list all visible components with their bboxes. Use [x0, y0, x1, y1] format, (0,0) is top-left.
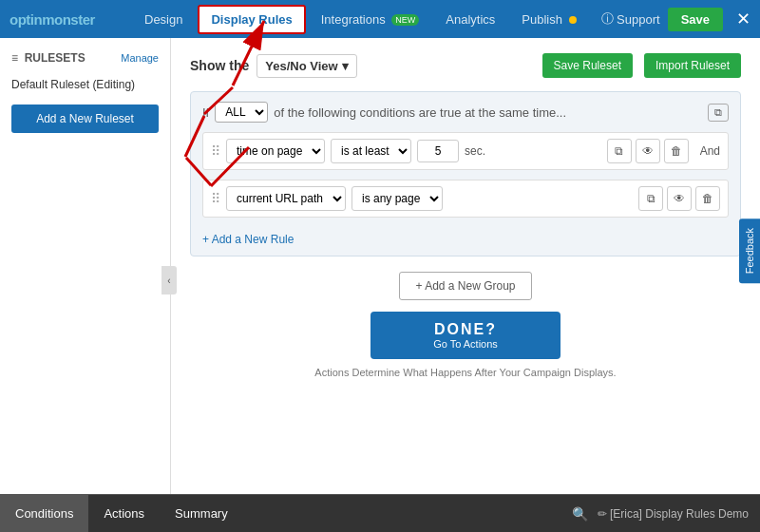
import-ruleset-button[interactable]: Import Ruleset	[644, 53, 741, 78]
conditions-header: If ALL of the following conditions are t…	[202, 102, 729, 123]
nav-right: ⓘ Support Save ✕	[601, 8, 750, 31]
view-select[interactable]: Yes/No View ▾	[256, 54, 356, 78]
support-link[interactable]: ⓘ Support	[601, 10, 660, 28]
all-select[interactable]: ALL	[215, 102, 268, 123]
publish-dot	[569, 16, 577, 24]
eye-icon: 👁	[674, 192, 685, 205]
toggle-rule-button-2[interactable]: 👁	[667, 186, 692, 211]
question-icon: ⓘ	[601, 10, 614, 28]
copy-conditions-button[interactable]: ⧉	[708, 104, 729, 122]
add-new-group-button[interactable]: + Add a New Group	[399, 272, 531, 300]
close-icon[interactable]: ✕	[736, 9, 750, 29]
rule-row: ⠿ current URL path is any page ⧉ 👁	[202, 180, 729, 218]
value-input-1[interactable]	[417, 140, 459, 162]
drag-handle-icon[interactable]: ⠿	[211, 191, 220, 206]
done-label: DONE?	[434, 321, 497, 338]
nav-item-display-rules[interactable]: Display Rules	[198, 5, 305, 34]
eye-icon: 👁	[642, 144, 654, 158]
feedback-tab[interactable]: Feedback	[739, 218, 760, 283]
copy-icon: ⧉	[615, 144, 623, 158]
go-to-actions-label: Go To Actions	[433, 338, 498, 350]
conditions-block: If ALL of the following conditions are t…	[190, 91, 741, 256]
show-the-row: Show the Yes/No View ▾ Save Ruleset Impo…	[190, 53, 741, 78]
and-label: And	[700, 144, 720, 158]
copy-icon: ⧉	[647, 192, 656, 205]
ruleset-action-buttons: Save Ruleset Import Ruleset	[542, 53, 741, 78]
sidebar: ≡ Rulesets Manage Default Ruleset (Editi…	[0, 38, 171, 494]
menu-icon: ≡	[11, 51, 18, 65]
done-button[interactable]: DONE? Go To Actions	[370, 312, 560, 359]
nav-item-integrations[interactable]: Integrations NEW	[310, 7, 431, 32]
toggle-rule-button-1[interactable]: 👁	[636, 139, 660, 163]
delete-rule-button-2[interactable]: 🗑	[695, 186, 720, 211]
top-nav: optinmonster Design Display Rules Integr…	[0, 0, 760, 38]
tab-conditions[interactable]: Conditions	[0, 495, 88, 532]
bottom-right: 🔍 ✏ [Erica] Display Rules Demo	[572, 506, 760, 522]
default-ruleset-item[interactable]: Default Ruleset (Editing)	[0, 72, 170, 97]
add-new-ruleset-button[interactable]: Add a New Ruleset	[11, 104, 159, 133]
rule-actions-1: ⧉ 👁 🗑	[607, 139, 689, 163]
trash-icon: 🗑	[671, 144, 682, 158]
nav-logo: optinmonster	[10, 11, 124, 28]
search-icon[interactable]: 🔍	[572, 506, 588, 522]
condition-select-1[interactable]: time on page	[226, 139, 325, 163]
campaign-info: ✏ [Erica] Display Rules Demo	[598, 507, 749, 521]
main-content: Show the Yes/No View ▾ Save Ruleset Impo…	[171, 38, 760, 494]
rule-actions-2: ⧉ 👁 🗑	[638, 186, 720, 211]
rulesets-label: ≡ Rulesets	[11, 51, 86, 65]
if-label: If	[202, 105, 209, 120]
delete-rule-button-1[interactable]: 🗑	[664, 139, 689, 163]
done-description: Actions Determine What Happens After You…	[190, 367, 741, 378]
conditions-text: of the following conditions are true at …	[274, 105, 566, 120]
drag-handle-icon[interactable]: ⠿	[211, 143, 220, 159]
new-badge: NEW	[391, 14, 419, 26]
condition-select-2[interactable]: current URL path	[226, 186, 346, 211]
collapse-sidebar-button[interactable]: ‹	[162, 266, 177, 294]
sidebar-header: ≡ Rulesets Manage	[0, 48, 170, 72]
nav-item-publish[interactable]: Publish	[510, 7, 587, 32]
nav-items: Design Display Rules Integrations NEW An…	[133, 5, 601, 34]
save-ruleset-button[interactable]: Save Ruleset	[542, 53, 633, 78]
nav-item-design[interactable]: Design	[133, 7, 194, 32]
trash-icon: 🗑	[702, 192, 713, 205]
copy-rule-button-1[interactable]: ⧉	[607, 139, 632, 163]
nav-item-analytics[interactable]: Analytics	[434, 7, 506, 32]
copy-rule-button-2[interactable]: ⧉	[638, 186, 663, 211]
manage-link[interactable]: Manage	[121, 52, 159, 64]
copy-icon: ⧉	[714, 106, 722, 118]
bottom-bar: Conditions Actions Summary 🔍 ✏ [Erica] D…	[0, 494, 760, 532]
unit-label-1: sec.	[465, 144, 485, 158]
tab-actions[interactable]: Actions	[88, 495, 160, 532]
add-new-rule-link[interactable]: + Add a New Rule	[202, 233, 294, 246]
main-layout: ≡ Rulesets Manage Default Ruleset (Editi…	[0, 38, 760, 494]
operator-select-1[interactable]: is at least	[331, 139, 411, 163]
tab-summary[interactable]: Summary	[160, 495, 243, 532]
show-label: Show the	[190, 58, 249, 73]
chevron-down-icon: ▾	[342, 59, 349, 73]
rule-row: ⠿ time on page is at least sec. ⧉	[202, 132, 729, 170]
operator-select-2[interactable]: is any page	[352, 186, 443, 211]
save-button[interactable]: Save	[668, 8, 723, 31]
collapse-icon: ‹	[167, 276, 170, 286]
